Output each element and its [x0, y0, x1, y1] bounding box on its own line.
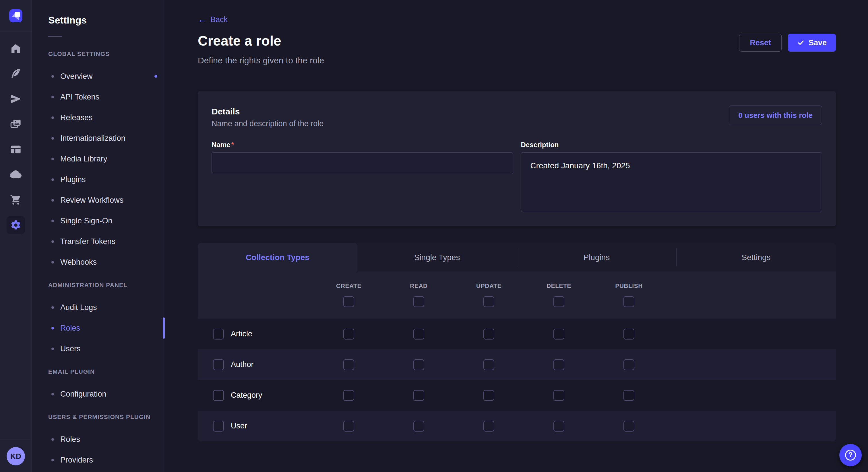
- table-row-user: User: [198, 411, 836, 441]
- app-window: KD Settings GLOBAL SETTINGS Overview API…: [0, 0, 868, 472]
- tab-collection-types[interactable]: Collection Types: [198, 243, 358, 272]
- main-content: ← Back Create a role Reset Save Define t…: [165, 0, 868, 472]
- checkbox-user-create[interactable]: [343, 421, 354, 432]
- save-button[interactable]: Save: [788, 34, 836, 52]
- name-field-group: Name*: [212, 141, 513, 213]
- permissions-header-row: CREATE READ UPDATE DELETE: [198, 272, 836, 318]
- reset-button[interactable]: Reset: [739, 34, 782, 52]
- bullet-icon: [51, 261, 54, 264]
- name-label: Name*: [212, 141, 513, 149]
- section-label-global-settings: GLOBAL SETTINGS: [48, 50, 165, 57]
- sidebar-item-webhooks[interactable]: Webhooks: [48, 252, 165, 272]
- checkbox-user-update[interactable]: [484, 421, 494, 432]
- gear-icon: [7, 216, 25, 234]
- checkbox-article-read[interactable]: [413, 329, 424, 339]
- checkbox-author-read[interactable]: [413, 359, 424, 370]
- description-label: Description: [521, 141, 823, 149]
- settings-sidebar: Settings GLOBAL SETTINGS Overview API To…: [32, 0, 165, 472]
- rail-item-content-manager[interactable]: [0, 61, 32, 86]
- tab-single-types[interactable]: Single Types: [358, 243, 517, 272]
- checkbox-author-delete[interactable]: [553, 359, 564, 370]
- bullet-icon: [51, 347, 54, 350]
- tab-settings[interactable]: Settings: [676, 243, 836, 272]
- main-nav-rail: KD: [0, 0, 32, 472]
- avatar[interactable]: KD: [7, 447, 25, 465]
- column-header-read: READ: [410, 282, 428, 289]
- checkbox-user-read[interactable]: [413, 421, 424, 432]
- column-header-create: CREATE: [336, 282, 361, 289]
- sidebar-item-transfer-tokens[interactable]: Transfer Tokens: [48, 231, 165, 252]
- help-button[interactable]: ?: [839, 444, 862, 466]
- bullet-icon: [51, 220, 54, 222]
- sidebar-item-plugins[interactable]: Plugins: [48, 169, 165, 190]
- checkbox-select-all-publish[interactable]: [623, 296, 634, 307]
- checkbox-category-read[interactable]: [413, 390, 424, 401]
- rail-item-settings[interactable]: [0, 212, 32, 238]
- checkbox-article-create[interactable]: [343, 329, 354, 339]
- sidebar-item-releases[interactable]: Releases: [48, 107, 165, 128]
- checkbox-author-publish[interactable]: [623, 359, 634, 370]
- tab-plugins[interactable]: Plugins: [517, 243, 677, 272]
- back-arrow-icon: ←: [198, 15, 206, 24]
- checkbox-select-all-read[interactable]: [413, 296, 424, 307]
- checkbox-category-update[interactable]: [484, 390, 494, 401]
- users-with-role-button[interactable]: 0 users with this role: [729, 105, 822, 125]
- rail-item-deploy[interactable]: [0, 162, 32, 187]
- table-row-category: Category: [198, 380, 836, 411]
- checkbox-select-all-create[interactable]: [343, 296, 354, 307]
- bullet-icon: [51, 438, 54, 441]
- column-header-publish: PUBLISH: [615, 282, 643, 289]
- checkbox-category-select[interactable]: [213, 390, 224, 401]
- sidebar-item-configuration[interactable]: Configuration: [48, 384, 165, 404]
- sidebar-item-api-tokens[interactable]: API Tokens: [48, 87, 165, 107]
- name-input[interactable]: [212, 152, 513, 174]
- sidebar-item-overview[interactable]: Overview: [48, 66, 165, 87]
- checkbox-author-update[interactable]: [484, 359, 494, 370]
- checkbox-article-publish[interactable]: [623, 329, 634, 339]
- layout-icon: [10, 144, 22, 155]
- description-textarea[interactable]: Created January 16th, 2025: [521, 152, 823, 212]
- checkbox-category-publish[interactable]: [623, 390, 634, 401]
- rail-item-media-library[interactable]: [0, 111, 32, 137]
- rail-item-home[interactable]: [0, 36, 32, 61]
- back-link[interactable]: ← Back: [198, 14, 228, 25]
- checkbox-author-create[interactable]: [343, 359, 354, 370]
- sidebar-item-providers[interactable]: Providers: [48, 450, 165, 470]
- feather-icon: [10, 68, 22, 79]
- page-subtitle: Define the rights given to the role: [198, 56, 836, 65]
- sidebar-item-review-workflows[interactable]: Review Workflows: [48, 190, 165, 210]
- checkbox-user-publish[interactable]: [623, 421, 634, 432]
- sidebar-item-users[interactable]: Users: [48, 338, 165, 359]
- checkbox-select-all-update[interactable]: [484, 296, 494, 307]
- strapi-logo-icon[interactable]: [9, 9, 22, 22]
- checkbox-article-delete[interactable]: [553, 329, 564, 339]
- rail-divider: [0, 440, 32, 440]
- checkbox-article-select[interactable]: [213, 329, 224, 339]
- sidebar-item-roles-up[interactable]: Roles: [48, 429, 165, 450]
- checkbox-category-create[interactable]: [343, 390, 354, 401]
- sidebar-item-audit-logs[interactable]: Audit Logs: [48, 297, 165, 318]
- help-icon: ?: [845, 450, 856, 461]
- sidebar-item-media-library[interactable]: Media Library: [48, 148, 165, 169]
- checkbox-user-delete[interactable]: [553, 421, 564, 432]
- checkbox-article-update[interactable]: [484, 329, 494, 339]
- sidebar-item-roles-admin[interactable]: Roles: [48, 318, 165, 338]
- sidebar-item-single-sign-on[interactable]: Single Sign-On: [48, 210, 165, 231]
- sidebar-item-internationalization[interactable]: Internationalization: [48, 128, 165, 148]
- bullet-icon: [51, 393, 54, 396]
- cloud-icon: [10, 169, 22, 180]
- rail-item-content-type-builder[interactable]: [0, 137, 32, 162]
- permissions-table: CREATE READ UPDATE DELETE: [198, 272, 836, 441]
- rail-item-releases[interactable]: [0, 86, 32, 111]
- bullet-icon: [51, 240, 54, 243]
- checkbox-user-select[interactable]: [213, 421, 224, 432]
- checkbox-category-delete[interactable]: [553, 390, 564, 401]
- section-label-users-permissions-plugin: USERS & PERMISSIONS PLUGIN: [48, 413, 165, 420]
- checkbox-select-all-delete[interactable]: [553, 296, 564, 307]
- logo-wrap: [0, 0, 32, 32]
- checkbox-author-select[interactable]: [213, 359, 224, 370]
- bullet-icon: [51, 137, 54, 140]
- permissions-section: Collection Types Single Types Plugins Se…: [198, 243, 836, 441]
- rail-item-marketplace[interactable]: [0, 187, 32, 212]
- sidebar-title: Settings: [48, 14, 165, 26]
